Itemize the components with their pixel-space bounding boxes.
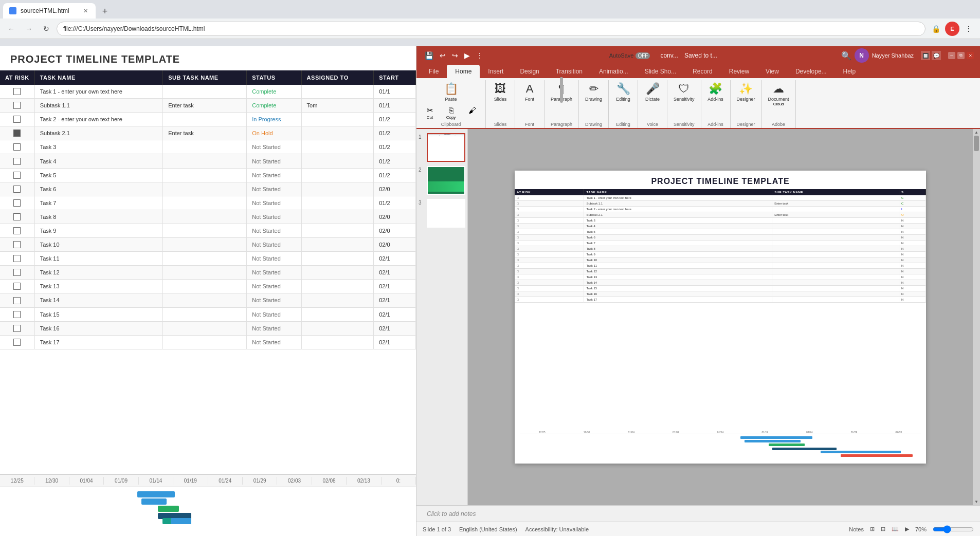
addins-btn[interactable]: 🧩 Add-ins	[704, 80, 727, 104]
sensitivity-btn[interactable]: 🛡 Sensitivity	[670, 80, 698, 104]
risk-checkbox-cell[interactable]	[0, 307, 34, 321]
profile-icon[interactable]: E	[945, 22, 959, 36]
more-quick-btn[interactable]: ⋮	[474, 50, 485, 61]
tab-view[interactable]: View	[757, 65, 787, 78]
ppt-vertical-scrollbar[interactable]: ▲ ▼	[973, 129, 980, 505]
at-risk-checkbox[interactable]	[13, 172, 21, 179]
risk-checkbox-cell[interactable]	[0, 224, 34, 237]
extensions-icon[interactable]: 🔒	[929, 22, 943, 36]
designer-btn[interactable]: ✨ Designer	[734, 80, 758, 104]
risk-checkbox-cell[interactable]	[0, 99, 34, 113]
notes-area[interactable]: Click to add notes	[416, 505, 980, 522]
present-quick-btn[interactable]: ▶	[462, 50, 472, 61]
at-risk-checkbox[interactable]	[13, 269, 21, 276]
at-risk-checkbox[interactable]	[13, 241, 21, 248]
minimize-btn[interactable]: ─	[948, 52, 955, 59]
save-quick-btn[interactable]: 💾	[423, 50, 435, 61]
at-risk-checkbox[interactable]	[13, 227, 21, 234]
more-options-icon[interactable]: ⋮	[961, 22, 976, 36]
refresh-button[interactable]: ↻	[39, 22, 53, 36]
risk-checkbox-cell[interactable]	[0, 126, 34, 140]
at-risk-checkbox[interactable]	[13, 311, 21, 318]
document-cloud-btn[interactable]: ☁ Document Cloud	[765, 80, 792, 108]
tab-transition[interactable]: Transition	[548, 65, 591, 78]
slide-2-thumbnail[interactable]	[427, 166, 465, 195]
tab-review[interactable]: Review	[721, 65, 757, 78]
risk-checkbox-cell[interactable]	[0, 293, 34, 307]
view-normal-btn[interactable]: ⊞	[870, 526, 875, 532]
restore-btn[interactable]: ⧉	[957, 52, 965, 59]
scroll-down-btn[interactable]: ▼	[973, 498, 979, 505]
redo-quick-btn[interactable]: ↪	[450, 50, 460, 61]
font-btn[interactable]: A Font	[518, 80, 541, 104]
tab-developer[interactable]: Develope...	[787, 65, 835, 78]
at-risk-checkbox[interactable]	[13, 88, 21, 95]
risk-checkbox-cell[interactable]	[0, 154, 34, 168]
zoom-slider[interactable]	[933, 525, 974, 533]
tab-animation[interactable]: Animatio...	[591, 65, 637, 78]
editing-btn[interactable]: 🔧 Editing	[612, 80, 634, 104]
drawing-btn[interactable]: ✏ Drawing	[582, 80, 605, 104]
risk-checkbox-cell[interactable]	[0, 168, 34, 182]
new-slide-btn[interactable]: 🖼 Slides	[489, 80, 512, 104]
risk-checkbox-cell[interactable]	[0, 196, 34, 210]
at-risk-checkbox[interactable]	[13, 102, 21, 109]
slide-1-thumbnail[interactable]: PROJECT TIMELINE TEMPLATE AT RISKTASK NA…	[427, 133, 465, 162]
risk-checkbox-cell[interactable]	[0, 113, 34, 126]
tab-home[interactable]: Home	[447, 65, 480, 78]
tab-insert[interactable]: Insert	[480, 65, 512, 78]
at-risk-checkbox[interactable]	[13, 339, 21, 346]
comments-btn[interactable]: 💬	[932, 51, 941, 60]
risk-checkbox-cell[interactable]	[0, 280, 34, 293]
at-risk-checkbox[interactable]	[13, 186, 21, 193]
address-bar[interactable]: file:///C:/Users/nayyer/Downloads/source…	[57, 22, 925, 36]
risk-checkbox-cell[interactable]	[0, 182, 34, 196]
paste-btn[interactable]: 📋 Paste	[440, 80, 462, 104]
risk-checkbox-cell[interactable]	[0, 321, 34, 335]
view-reading-btn[interactable]: 📖	[892, 526, 899, 532]
tab-close-button[interactable]: ✕	[81, 7, 89, 15]
dictate-btn[interactable]: 🎤 Dictate	[641, 80, 664, 104]
at-risk-checkbox[interactable]	[13, 130, 21, 137]
scroll-up-btn[interactable]: ▲	[973, 129, 979, 136]
at-risk-checkbox[interactable]	[13, 213, 21, 220]
close-btn[interactable]: ✕	[967, 52, 974, 59]
tab-help[interactable]: Help	[835, 65, 864, 78]
present-btn[interactable]: ▶	[905, 526, 909, 532]
copy-btn[interactable]: ⎘Copy	[441, 105, 461, 121]
risk-checkbox-cell[interactable]	[0, 252, 34, 266]
back-button[interactable]: ←	[4, 22, 19, 36]
tab-record[interactable]: Record	[684, 65, 721, 78]
tab-file[interactable]: File	[421, 65, 447, 78]
undo-quick-btn[interactable]: ↩	[438, 50, 448, 61]
at-risk-checkbox[interactable]	[13, 297, 21, 304]
risk-checkbox-cell[interactable]	[0, 140, 34, 154]
at-risk-checkbox[interactable]	[13, 325, 21, 332]
ribbon-toggle-btn[interactable]: 🔲	[921, 51, 930, 60]
at-risk-checkbox[interactable]	[13, 199, 21, 207]
at-risk-checkbox[interactable]	[13, 158, 21, 165]
risk-checkbox-cell[interactable]	[0, 266, 34, 280]
browser-tab[interactable]: sourceHTML.html ✕	[3, 3, 96, 19]
tab-design[interactable]: Design	[512, 65, 547, 78]
forward-button[interactable]: →	[22, 22, 36, 36]
at-risk-checkbox[interactable]	[13, 255, 21, 262]
slide-3-thumbnail[interactable]	[427, 199, 465, 228]
slide-thumb-3[interactable]: 3	[419, 199, 465, 228]
format-painter-btn[interactable]: 🖌	[462, 105, 482, 121]
at-risk-checkbox[interactable]	[13, 283, 21, 290]
risk-checkbox-cell[interactable]	[0, 238, 34, 252]
search-icon[interactable]: 🔍	[841, 51, 851, 61]
cut-btn[interactable]: ✂Cut	[420, 105, 440, 121]
slide-thumb-1[interactable]: 1 PROJECT TIMELINE TEMPLATE AT RISKTASK …	[419, 133, 465, 162]
risk-checkbox-cell[interactable]	[0, 85, 34, 99]
slide-thumb-2[interactable]: 2	[419, 166, 465, 195]
risk-checkbox-cell[interactable]	[0, 210, 34, 224]
at-risk-checkbox[interactable]	[13, 116, 21, 123]
view-sorter-btn[interactable]: ⊟	[881, 526, 885, 532]
new-tab-button[interactable]: +	[98, 4, 112, 19]
tab-slideshow[interactable]: Slide Sho...	[637, 65, 684, 78]
notes-toggle[interactable]: Notes	[849, 526, 864, 532]
autosave-toggle[interactable]: OFF	[636, 52, 650, 59]
at-risk-checkbox[interactable]	[13, 143, 21, 151]
